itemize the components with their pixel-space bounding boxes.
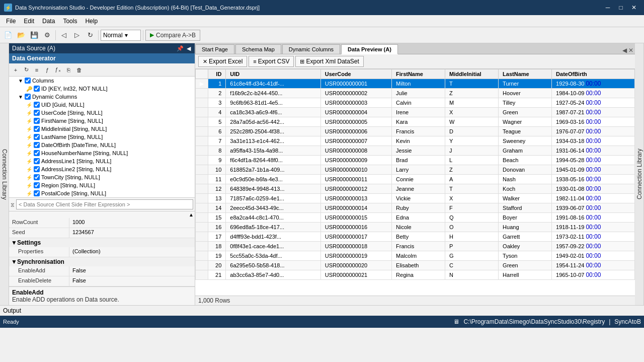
menu-tools[interactable]: Tools xyxy=(59,17,81,26)
tab-close[interactable]: ✕ xyxy=(628,47,633,54)
compare-button[interactable]: ▶ Compare A->B xyxy=(145,30,200,41)
tree-firstname[interactable]: ⚡ FirstName [String, NULL] xyxy=(9,117,195,125)
ds-formula-btn[interactable]: ƒ xyxy=(42,65,52,75)
tree-uid[interactable]: ⚡ UID [Guid, NULL] xyxy=(9,101,195,109)
col-middleinitial[interactable]: MiddleInitial xyxy=(445,69,499,79)
tab-start-page[interactable]: Start Page xyxy=(195,44,234,54)
connection-library-left[interactable]: Connection Library xyxy=(0,43,9,305)
settings-button[interactable]: ⚙ xyxy=(41,29,53,41)
middleinitial-checkbox[interactable] xyxy=(34,126,40,132)
uid-checkbox[interactable] xyxy=(34,102,40,108)
ds-formula2-btn[interactable]: ƒₓ xyxy=(53,65,63,75)
tree-region[interactable]: ⚡ Region [String, NULL] xyxy=(9,181,195,189)
export-xml-btn[interactable]: ⊞ Export Xml DataSet xyxy=(295,56,363,67)
collapse-button[interactable]: ◀ xyxy=(186,45,192,52)
tab-scroll-left[interactable]: ◀ xyxy=(622,47,627,54)
columns-checkbox[interactable] xyxy=(25,78,31,84)
tree-address2[interactable]: ⚡ AddressLine2 [String, NULL] xyxy=(9,165,195,173)
tree-columns[interactable]: ▼ Columns xyxy=(9,77,195,85)
col-id-num[interactable]: ID xyxy=(208,69,226,79)
tab-data-preview[interactable]: Data Preview (A) xyxy=(341,44,398,54)
menu-help[interactable]: Help xyxy=(81,17,102,26)
table-row[interactable]: 195cc55a0c-53da-4df...USR0000000019Malco… xyxy=(196,251,635,261)
back-button[interactable]: ◁ xyxy=(58,29,70,41)
table-row[interactable]: 73a31e113-e1c4-462...USR0000000007KevinY… xyxy=(196,136,635,146)
table-row[interactable]: 8a95ffa43-15fa-4a98...USR0000000008Jessi… xyxy=(196,146,635,156)
tree-towncity[interactable]: ⚡ TownCity [String, NULL] xyxy=(9,173,195,181)
maximize-button[interactable]: □ xyxy=(615,2,627,14)
tab-dynamic-columns[interactable]: Dynamic Columns xyxy=(282,44,340,54)
table-row[interactable]: 16696ed8a5-18ce-417...USR0000000016Nicol… xyxy=(196,223,635,232)
postalcode-checkbox[interactable] xyxy=(34,190,40,196)
menu-file[interactable]: File xyxy=(2,17,20,26)
save-button[interactable]: 💾 xyxy=(28,29,40,41)
table-row[interactable]: 15e8a2ca44-c8c1-470...USR0000000015EdnaQ… xyxy=(196,213,635,223)
menu-edit[interactable]: Edit xyxy=(20,17,38,26)
tree-postalcode[interactable]: ⚡ PostalCode [String, NULL] xyxy=(9,189,195,197)
ds-delete-btn[interactable]: 🗑 xyxy=(74,65,84,75)
region-checkbox[interactable] xyxy=(34,182,40,188)
tree-housenumber[interactable]: ⚡ HouseNumberName [String, NULL] xyxy=(9,149,195,157)
table-row[interactable]: 6252c28f0-2504-4f38...USR0000000006Franc… xyxy=(196,127,635,136)
table-row[interactable]: 21ab3cc6a3-85e7-4d0...USR0000000021Regin… xyxy=(196,270,635,280)
tree-usercode[interactable]: ⚡ UserCode [String, NULL] xyxy=(9,109,195,117)
open-button[interactable]: 📂 xyxy=(15,29,27,41)
tree-middleinitial[interactable]: ⚡ MiddleInitial [String, NULL] xyxy=(9,125,195,133)
forward-button[interactable]: ▷ xyxy=(71,29,83,41)
ds-refresh-btn[interactable]: ↻ xyxy=(21,65,31,75)
tree-id-field[interactable]: 🔑 ID [KEY, Int32, NOT NULL] xyxy=(9,85,195,93)
minimize-button[interactable]: ─ xyxy=(602,2,614,14)
export-excel-btn[interactable]: ✕ Export Excel xyxy=(198,56,247,67)
towncity-checkbox[interactable] xyxy=(34,174,40,180)
table-row[interactable]: 10618852a7-1b1a-409...USR0000000010Larry… xyxy=(196,165,635,175)
table-row[interactable]: 12648389e4-9948-413...USR0000000012Jeann… xyxy=(196,184,635,194)
col-lastname[interactable]: LastName xyxy=(499,69,552,79)
data-table-container[interactable]: ID UID UserCode FirstName MiddleInitial … xyxy=(195,69,635,296)
table-row[interactable]: 528a7a05d-ac56-442...USR0000000005KaraWW… xyxy=(196,117,635,127)
table-row[interactable]: 206a295e50-5b58-418...USR0000000020Elisa… xyxy=(196,261,635,270)
table-row[interactable]: 142eecc45d-3443-49c...USR0000000014RubyF… xyxy=(196,203,635,213)
pin-button[interactable]: 📌 xyxy=(176,45,185,52)
export-csv-btn[interactable]: ≡ Export CSV xyxy=(249,56,294,67)
id-checkbox[interactable] xyxy=(34,86,40,92)
sync-section[interactable]: ▼ Synchronisation xyxy=(9,257,195,266)
table-row[interactable]: 11e0c9d50e-b6fa-4e3...USR0000000011Conni… xyxy=(196,175,635,184)
table-row[interactable]: 2f16b9c2c-b244-450...USR0000000002JulieZ… xyxy=(196,89,635,98)
settings-section[interactable]: ▼ Settings xyxy=(9,238,195,247)
ds-add-btn[interactable]: + xyxy=(11,65,21,75)
table-row[interactable]: 180f8f43e1-cace-4de1...USR0000000018Fran… xyxy=(196,242,635,251)
housenumber-checkbox[interactable] xyxy=(34,150,40,156)
filter-input[interactable] xyxy=(16,199,193,209)
address1-checkbox[interactable] xyxy=(34,158,40,164)
address2-checkbox[interactable] xyxy=(34,166,40,172)
dynamic-checkbox[interactable] xyxy=(25,94,31,100)
mode-dropdown[interactable]: Normal ▾ xyxy=(101,30,141,41)
lastname-checkbox[interactable] xyxy=(34,134,40,140)
dob-checkbox[interactable] xyxy=(34,142,40,148)
col-dob[interactable]: DateOfBirth xyxy=(552,69,635,79)
new-button[interactable]: 📄 xyxy=(2,29,14,41)
close-button[interactable]: ✕ xyxy=(628,2,640,14)
firstname-checkbox[interactable] xyxy=(34,118,40,124)
scroll-up-btn[interactable]: ▲ xyxy=(189,212,194,218)
tree-dynamic-columns[interactable]: ▼ Dynamic Columns xyxy=(9,93,195,101)
table-row[interactable]: 17d4fff93e-bdd1-423f...USR0000000017Bett… xyxy=(196,232,635,242)
table-row[interactable]: 4ca18c343-a6c9-4f6...USR0000000004IreneX… xyxy=(196,108,635,117)
table-row[interactable]: 1371857a6c-0259-4e1...USR0000000013Vicki… xyxy=(196,194,635,203)
col-uid[interactable]: UID xyxy=(226,69,320,79)
tree-dob[interactable]: ⚡ DateOfBirth [DateTime, NULL] xyxy=(9,141,195,149)
usercode-checkbox[interactable] xyxy=(34,110,40,116)
table-row[interactable]: 9f6c4df1a-8264-48f0...USR0000000009BradL… xyxy=(196,156,635,165)
tree-area[interactable]: ▼ Columns 🔑 ID [KEY, Int32, NOT NULL] ▼ … xyxy=(9,77,195,197)
refresh-button[interactable]: ↻ xyxy=(84,29,96,41)
menu-data[interactable]: Data xyxy=(38,17,59,26)
tab-schema-map[interactable]: Schema Map xyxy=(235,44,281,54)
ds-config-btn[interactable]: ≡ xyxy=(32,65,42,75)
table-row[interactable]: 39c6fb963-81d1-4e5...USR0000000003Calvin… xyxy=(196,98,635,108)
table-row[interactable]: ▶161c8e4ff-d34c-41df-...USR0000000001Mil… xyxy=(196,79,635,89)
col-usercode[interactable]: UserCode xyxy=(320,69,391,79)
tree-lastname[interactable]: ⚡ LastName [String, NULL] xyxy=(9,133,195,141)
tree-address1[interactable]: ⚡ AddressLine1 [String, NULL] xyxy=(9,157,195,165)
ds-copy-btn[interactable]: ⎘ xyxy=(63,65,73,75)
col-firstname[interactable]: FirstName xyxy=(392,69,445,79)
